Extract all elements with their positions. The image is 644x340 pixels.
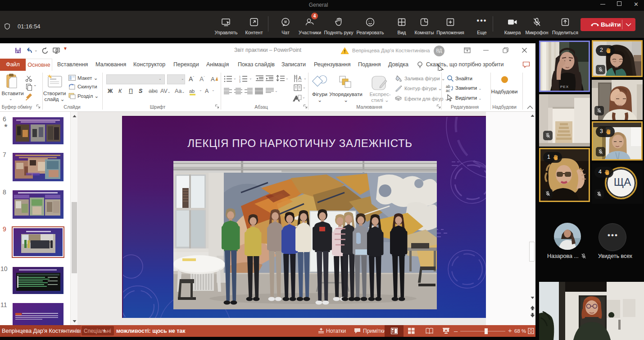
- svg-text:ac: ac: [446, 88, 450, 92]
- svg-text:3: 3: [239, 80, 240, 83]
- svg-text:ab: ab: [189, 88, 195, 94]
- svg-text:A: A: [298, 75, 302, 81]
- svg-text:А: А: [211, 76, 215, 83]
- svg-text:РЕХ: РЕХ: [560, 85, 569, 89]
